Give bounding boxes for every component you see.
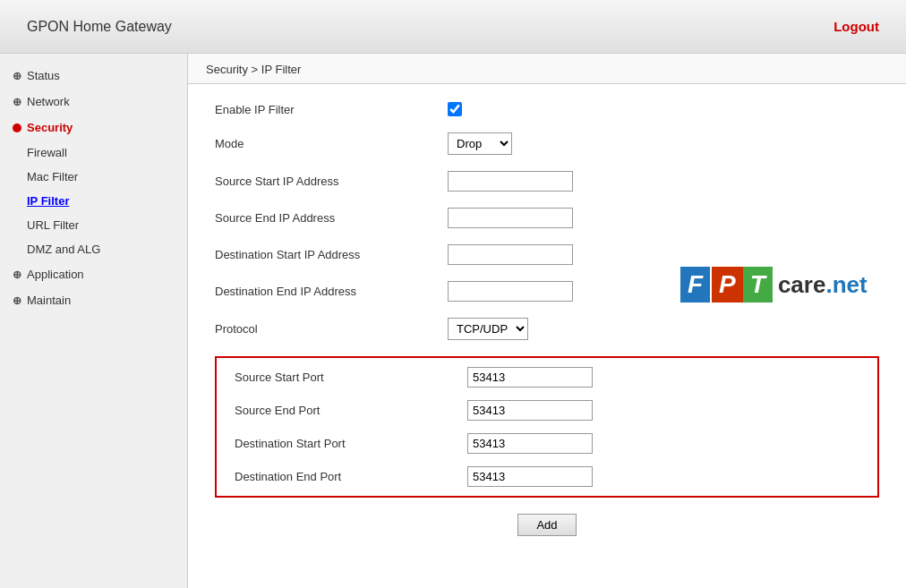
application-bullet: ⊕ — [13, 268, 21, 281]
source-end-port-row: Source End Port — [235, 400, 859, 421]
protocol-label: Protocol — [215, 322, 448, 336]
sidebar-item-label-status: Status — [27, 69, 60, 82]
dest-end-ip-row: Destination End IP Address — [215, 281, 879, 302]
dest-start-port-input[interactable] — [467, 433, 593, 454]
sidebar-item-network[interactable]: ⊕ Network — [0, 89, 187, 115]
dest-end-port-input[interactable] — [467, 466, 593, 487]
source-start-ip-input[interactable] — [448, 171, 573, 192]
sidebar-sub-label-firewall: Firewall — [27, 146, 67, 159]
mode-select[interactable]: Drop Accept — [448, 132, 512, 155]
source-start-port-input[interactable] — [467, 367, 593, 388]
add-button-row: Add — [215, 514, 879, 536]
protocol-select[interactable]: TCP/UDP TCP UDP ICMP — [448, 318, 528, 340]
port-box: Source Start Port Source End Port Destin… — [215, 356, 879, 498]
breadcrumb-text: Security > IP Filter — [206, 63, 301, 76]
dest-start-port-row: Destination Start Port — [235, 433, 859, 454]
sidebar-item-mac-filter[interactable]: Mac Filter — [0, 165, 187, 189]
dest-end-ip-label: Destination End IP Address — [215, 285, 448, 298]
mode-label: Mode — [215, 137, 448, 150]
sidebar-item-label-security: Security — [27, 121, 73, 134]
content-area: Enable IP Filter Mode Drop Accept Source… — [188, 84, 906, 554]
sidebar-item-application[interactable]: ⊕ Application — [0, 261, 187, 287]
header: GPON Home Gateway Logout — [0, 0, 906, 54]
sidebar-sub-label-dmz-alg: DMZ and ALG — [27, 243, 100, 256]
enable-ip-filter-checkbox[interactable] — [448, 102, 462, 116]
sidebar: ⊕ Status ⊕ Network Security Firewall Mac… — [0, 54, 188, 588]
sidebar-item-label-maintain: Maintain — [27, 294, 71, 307]
network-bullet: ⊕ — [13, 96, 21, 108]
sidebar-item-firewall[interactable]: Firewall — [0, 141, 187, 165]
enable-ip-filter-row: Enable IP Filter — [215, 102, 879, 116]
security-dot — [13, 124, 21, 132]
sidebar-item-ip-filter[interactable]: IP Filter — [0, 189, 187, 213]
dest-start-ip-label: Destination Start IP Address — [215, 248, 448, 261]
status-bullet: ⊕ — [13, 70, 21, 82]
main-layout: ⊕ Status ⊕ Network Security Firewall Mac… — [0, 54, 906, 588]
sidebar-item-label-application: Application — [27, 268, 84, 281]
app-title: GPON Home Gateway — [27, 19, 172, 35]
dest-start-port-label: Destination Start Port — [235, 437, 467, 450]
dest-end-port-row: Destination End Port — [235, 466, 859, 487]
sidebar-sub-label-mac-filter: Mac Filter — [27, 170, 78, 183]
mode-row: Mode Drop Accept — [215, 132, 879, 155]
source-start-ip-label: Source Start IP Address — [215, 175, 448, 188]
dest-end-ip-input[interactable] — [448, 281, 573, 302]
source-end-port-input[interactable] — [467, 400, 593, 421]
source-start-ip-row: Source Start IP Address — [215, 171, 879, 192]
source-end-ip-row: Source End IP Address — [215, 208, 879, 228]
sidebar-item-url-filter[interactable]: URL Filter — [0, 213, 187, 237]
sidebar-item-status[interactable]: ⊕ Status — [0, 63, 187, 89]
source-end-ip-label: Source End IP Address — [215, 211, 448, 225]
source-end-port-label: Source End Port — [235, 404, 467, 417]
sidebar-item-label-network: Network — [27, 95, 70, 108]
add-button[interactable]: Add — [517, 514, 576, 536]
sidebar-item-security[interactable]: Security — [0, 115, 187, 141]
dest-end-port-label: Destination End Port — [235, 470, 467, 483]
main-content: Security > IP Filter Enable IP Filter Mo… — [188, 54, 906, 588]
sidebar-sub-label-url-filter: URL Filter — [27, 218, 79, 232]
dest-start-ip-input[interactable] — [448, 244, 573, 265]
source-start-port-label: Source Start Port — [235, 371, 467, 384]
source-end-ip-input[interactable] — [448, 208, 573, 228]
logout-button[interactable]: Logout — [833, 19, 879, 34]
sidebar-item-dmz-alg[interactable]: DMZ and ALG — [0, 237, 187, 261]
maintain-bullet: ⊕ — [13, 294, 21, 307]
dest-start-ip-row: Destination Start IP Address — [215, 244, 879, 265]
source-start-port-row: Source Start Port — [235, 367, 859, 388]
breadcrumb: Security > IP Filter — [188, 54, 906, 84]
sidebar-sub-label-ip-filter: IP Filter — [27, 194, 69, 208]
protocol-row: Protocol TCP/UDP TCP UDP ICMP — [215, 318, 879, 340]
enable-ip-filter-label: Enable IP Filter — [215, 103, 448, 116]
sidebar-item-maintain[interactable]: ⊕ Maintain — [0, 287, 187, 313]
